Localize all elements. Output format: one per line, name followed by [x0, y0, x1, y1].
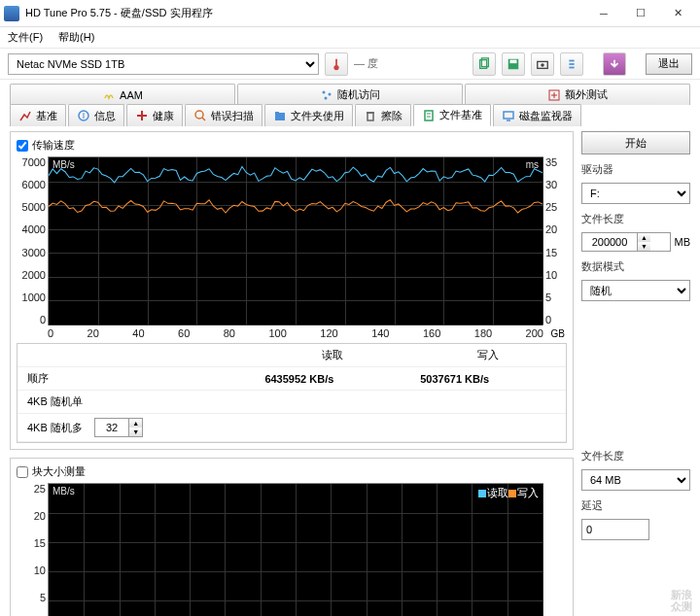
delay-label: 延迟 [581, 498, 690, 513]
exit-button[interactable]: 退出 [646, 53, 692, 75]
blocksize-group: 块大小测量 MB/s 读取写入 2520151050 0.51248163264… [10, 458, 574, 616]
pattern-label: 数据模式 [581, 259, 690, 274]
titlebar: HD Tune Pro 5.75 - 硬盘/SSD 实用程序 ─ ☐ ✕ [0, 0, 700, 27]
drive-letter-select[interactable]: F: [581, 183, 690, 204]
tab-error-scan[interactable]: 错误扫描 [185, 104, 262, 126]
tab-random-access[interactable]: 随机访问 [237, 84, 463, 105]
toolbar: Netac NVMe SSD 1TB — 度 退出 [0, 49, 700, 80]
svg-rect-23 [368, 113, 373, 120]
screenshot-icon[interactable] [531, 52, 554, 76]
svg-point-11 [323, 90, 326, 93]
svg-rect-25 [425, 111, 433, 120]
svg-point-7 [541, 63, 544, 67]
chart-legend: 读取写入 [478, 486, 539, 500]
pattern-select[interactable]: 随机 [581, 280, 690, 301]
queue-depth-spinner[interactable]: ▲▼ [94, 418, 143, 437]
y2-unit: ms [526, 159, 539, 170]
svg-rect-8 [569, 59, 574, 61]
temp-value: — 度 [354, 56, 378, 71]
svg-rect-9 [569, 63, 574, 65]
tab-info[interactable]: i信息 [68, 104, 124, 126]
svg-rect-18 [137, 115, 147, 117]
menubar: 文件(F) 帮助(H) [0, 27, 700, 49]
maximize-button[interactable]: ☐ [622, 2, 659, 25]
drive-select[interactable]: Netac NVMe SSD 1TB [8, 53, 319, 75]
table-row: 4KB 随机单 [18, 391, 566, 414]
svg-point-19 [195, 111, 203, 119]
save-icon[interactable] [502, 52, 525, 76]
download-icon[interactable] [603, 52, 626, 76]
filelen2-select[interactable]: 64 MB [581, 469, 690, 491]
temperature-icon[interactable] [325, 52, 348, 76]
transfer-chart: MB/s ms [48, 156, 543, 325]
drive-label: 驱动器 [581, 162, 690, 177]
tabstrip: AAM 随机访问 额外测试 基准 i信息 健康 错误扫描 文件夹使用 擦除 文件… [0, 80, 700, 125]
blocksize-checkbox[interactable]: 块大小测量 [17, 464, 567, 479]
blocksize-chart: MB/s 读取写入 [48, 483, 543, 616]
tab-health[interactable]: 健康 [126, 104, 183, 126]
tab-benchmark[interactable]: 基准 [10, 104, 66, 126]
svg-rect-28 [504, 112, 513, 119]
tab-extra-tests[interactable]: 额外测试 [465, 84, 690, 105]
tab-erase[interactable]: 擦除 [355, 104, 411, 126]
settings-icon[interactable] [560, 52, 583, 76]
transfer-group: 传输速度 MB/s ms 700060005000400030002000100… [10, 131, 574, 450]
tab-folder-usage[interactable]: 文件夹使用 [264, 104, 353, 126]
svg-rect-1 [335, 58, 337, 65]
filelen-label: 文件长度 [581, 212, 690, 226]
y-unit: MB/s [52, 486, 75, 496]
tab-aam[interactable]: AAM [10, 84, 235, 105]
filelen-unit: MB [675, 236, 691, 248]
app-icon [4, 6, 19, 21]
table-row: 4KB 随机多 ▲▼ [18, 414, 566, 442]
results-table: 读取写入 顺序6435952 KB/s5037671 KB/s 4KB 随机单 … [17, 343, 567, 443]
svg-text:i: i [83, 109, 85, 120]
watermark: 新浪众测 [671, 589, 692, 612]
y-unit: MB/s [52, 159, 75, 170]
svg-rect-21 [275, 113, 285, 120]
svg-rect-10 [569, 66, 574, 68]
svg-rect-22 [275, 112, 279, 114]
minimize-button[interactable]: ─ [585, 2, 622, 25]
table-row: 顺序6435952 KB/s5037671 KB/s [18, 367, 566, 391]
close-button[interactable]: ✕ [659, 2, 696, 25]
tab-file-benchmark[interactable]: 文件基准 [413, 104, 491, 126]
tab-disk-monitor[interactable]: 磁盘监视器 [493, 104, 581, 126]
menu-file[interactable]: 文件(F) [8, 30, 43, 45]
svg-line-20 [202, 118, 205, 120]
svg-point-12 [329, 92, 332, 95]
x-unit: GB [551, 328, 565, 339]
filelen-spinner[interactable]: ▲▼ [581, 232, 671, 252]
filelen2-label: 文件长度 [581, 449, 690, 463]
delay-input[interactable] [581, 519, 649, 540]
svg-rect-5 [510, 59, 517, 63]
start-button[interactable]: 开始 [581, 131, 690, 154]
svg-point-13 [325, 96, 328, 99]
menu-help[interactable]: 帮助(H) [58, 30, 94, 45]
copy-icon[interactable] [472, 52, 496, 76]
window-title: HD Tune Pro 5.75 - 硬盘/SSD 实用程序 [25, 6, 585, 20]
transfer-checkbox[interactable]: 传输速度 [17, 138, 567, 153]
